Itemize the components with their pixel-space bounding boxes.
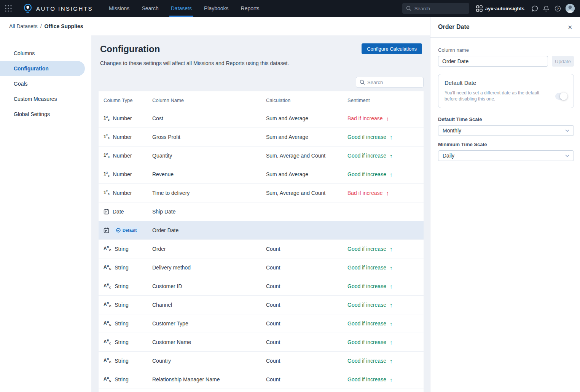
app-grid-icon[interactable] (0, 5, 17, 12)
column-detail-panel: Order Date ✕ Column name Update Default … (430, 17, 580, 392)
table-row-relationship-manager-name[interactable]: ABCStringRelationship Manager NameCountG… (99, 370, 424, 389)
nav-item-missions[interactable]: Missions (104, 0, 134, 17)
sentiment-cell[interactable]: Good if increase↑ (347, 302, 424, 308)
sentiment-cell[interactable]: Good if increase↑ (347, 265, 424, 271)
column-name-cell: Order Date (152, 227, 266, 233)
string-type-icon: ABC (104, 376, 111, 382)
chat-icon[interactable] (531, 5, 538, 12)
columns-table: Column Type Column Name Calculation Sent… (99, 91, 424, 392)
column-type-cell: ABCString (104, 265, 152, 271)
column-name-cell: Customer ID (152, 283, 266, 289)
sentiment-cell[interactable]: Good if increase↑ (347, 376, 424, 383)
grid-9-dots-icon (5, 5, 12, 12)
table-search-input[interactable] (367, 80, 417, 85)
table-row-customer-name[interactable]: ABCStringCustomer NameCountGood if incre… (99, 333, 424, 351)
sidebar-item-goals[interactable]: Goals (0, 76, 85, 91)
brand: AUTO INSIGHTS (23, 3, 93, 13)
sentiment-cell[interactable]: Good if increase↑ (347, 358, 424, 364)
table-row-channel[interactable]: ABCStringChannelCountGood if increase↑ (99, 296, 424, 314)
calculation-cell: Count (266, 320, 347, 327)
brand-name: AUTO INSIGHTS (36, 5, 93, 12)
sentiment-cell[interactable]: Good if increase↑ (347, 283, 424, 290)
calculation-cell: Count (266, 339, 347, 345)
table-row-country[interactable]: ABCStringCountryCountGood if increase↑ (99, 352, 424, 370)
calculation-cell: Count (266, 358, 347, 364)
notifications-bell-icon[interactable] (543, 5, 550, 12)
table-row-delivery-method[interactable]: ABCStringDelivery methodCountGood if inc… (99, 258, 424, 277)
column-type-cell: ABCString (104, 339, 152, 345)
breadcrumb-all-datasets[interactable]: All Datasets (9, 23, 38, 29)
sentiment-cell[interactable]: Good if increase↑ (347, 246, 424, 252)
minimum-time-scale-select[interactable]: Daily (438, 150, 574, 161)
sidebar-item-configuration[interactable]: Configuration (0, 61, 85, 76)
number-type-icon: 123 (104, 190, 110, 196)
help-icon[interactable]: ? (554, 5, 561, 12)
update-button[interactable]: Update (552, 56, 574, 67)
global-search-input[interactable] (414, 6, 464, 11)
close-icon[interactable]: ✕ (567, 24, 572, 30)
table-row-time-to-delivery[interactable]: 123NumberTime to deliverySum, Average an… (99, 184, 424, 202)
table-row-quantity[interactable]: 123NumberQuantitySum, Average and CountG… (99, 147, 424, 165)
table-row-gross-profit[interactable]: 123NumberGross ProfitSum and AverageGood… (99, 128, 424, 146)
nav-item-search[interactable]: Search (137, 0, 163, 17)
sentiment-cell[interactable]: Good if increase↑ (347, 320, 424, 327)
column-type-label: String (115, 302, 129, 308)
column-name-cell: Time to delivery (152, 190, 266, 196)
default-date-toggle[interactable] (555, 93, 567, 100)
column-name-cell: Customer Type (152, 320, 266, 327)
nav-item-playbooks[interactable]: Playbooks (199, 0, 233, 17)
table-row-ship-date[interactable]: DateShip Date (99, 202, 424, 221)
global-search[interactable] (402, 3, 469, 14)
sentiment-cell[interactable]: Good if increase↑ (347, 134, 424, 140)
table-body: 123NumberCostSum and AverageBad if incre… (99, 109, 424, 392)
column-type-cell: ABCString (104, 246, 152, 252)
account-menu[interactable]: ayx-autoinsights (476, 5, 524, 12)
column-name-input[interactable] (438, 56, 548, 67)
arrow-up-icon: ↑ (390, 376, 393, 383)
calendar-icon (104, 227, 109, 233)
default-time-scale-label: Default Time Scale (438, 116, 574, 122)
search-icon (406, 6, 411, 11)
nav-item-reports[interactable]: Reports (236, 0, 264, 17)
table-row-customer-type[interactable]: ABCStringCustomer TypeCountGood if incre… (99, 314, 424, 333)
sidebar-item-custom-measures[interactable]: Custom Measures (0, 91, 85, 107)
table-row-order[interactable]: ABCStringOrderCountGood if increase↑ (99, 240, 424, 258)
table-row-cost[interactable]: 123NumberCostSum and AverageBad if incre… (99, 109, 424, 127)
column-type-cell: 123Number (104, 115, 152, 121)
column-name-cell: Revenue (152, 171, 266, 177)
breadcrumb-separator: / (40, 23, 42, 29)
breadcrumb-current: Office Supplies (45, 23, 83, 29)
nav-divider (17, 4, 17, 13)
chevron-down-icon (565, 129, 569, 132)
sentiment-cell[interactable]: Bad if increase↑ (347, 115, 424, 122)
nav-item-datasets[interactable]: Datasets (166, 0, 196, 17)
table-row-customer-id[interactable]: ABCStringCustomer IDCountGood if increas… (99, 277, 424, 295)
column-type-cell: ABCString (104, 358, 152, 364)
lightbulb-logo-icon (23, 3, 32, 13)
string-type-icon: ABC (104, 246, 111, 252)
string-type-icon: ABC (104, 339, 111, 345)
column-type-label: Number (113, 171, 132, 177)
sentiment-cell[interactable]: Bad if increase↑ (347, 190, 424, 196)
page-title: Configuration (100, 44, 160, 54)
column-type-label: String (115, 283, 129, 289)
arrow-up-icon: ↑ (390, 339, 393, 346)
default-time-scale-select[interactable]: Monthly (438, 125, 574, 136)
sidebar-item-global-settings[interactable]: Global Settings (0, 107, 85, 122)
column-type-cell: ABCString (104, 376, 152, 382)
default-date-title: Default Date (445, 80, 545, 86)
sentiment-cell[interactable]: Good if increase↑ (347, 153, 424, 159)
arrow-up-icon: ↑ (386, 190, 389, 196)
configure-calculations-button[interactable]: Configure Calculations (362, 43, 422, 54)
sentiment-cell[interactable]: Good if increase↑ (347, 339, 424, 346)
sidebar-item-columns[interactable]: Columns (0, 46, 85, 61)
table-search[interactable] (356, 77, 424, 88)
user-avatar[interactable] (566, 4, 575, 13)
table-row-order-date[interactable]: DefaultOrder Date (99, 221, 424, 239)
table-row-revenue[interactable]: 123NumberRevenueSum and AverageGood if i… (99, 165, 424, 183)
chevron-down-icon (565, 155, 569, 157)
column-type-cell: Default (104, 227, 152, 234)
arrow-up-icon: ↑ (390, 246, 393, 252)
top-nav: AUTO INSIGHTS MissionsSearchDatasetsPlay… (0, 0, 580, 17)
sentiment-cell[interactable]: Good if increase↑ (347, 171, 424, 178)
